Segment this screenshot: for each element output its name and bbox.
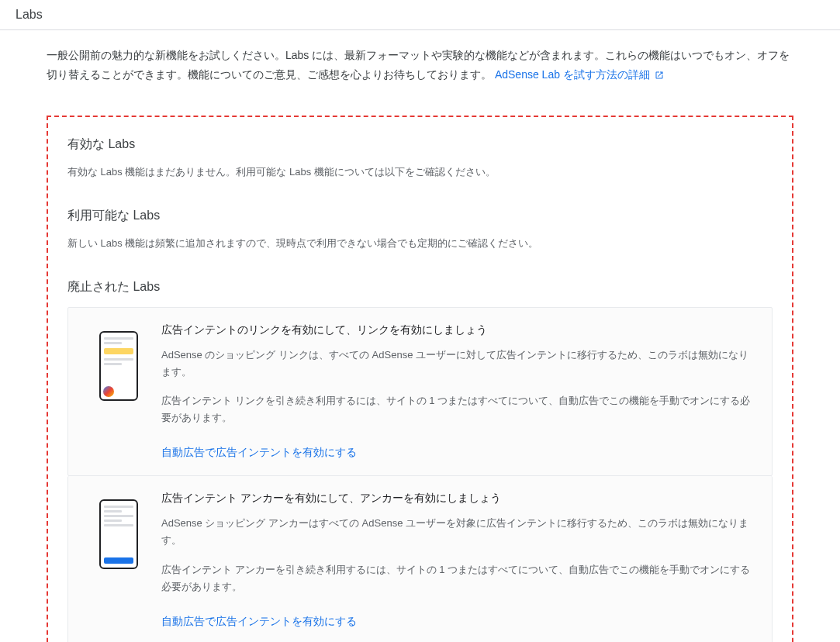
enabled-labs-heading: 有効な Labs [67,136,773,153]
external-link-icon [655,71,664,80]
lab-card-title: 広告インテントのリンクを有効にして、リンクを有効にしましょう [161,323,756,337]
enabled-labs-text: 有効な Labs 機能はまだありません。利用可能な Labs 機能については以下… [67,164,773,181]
page-title: Labs [16,8,43,21]
phone-mockup-icon [99,331,138,401]
enabled-labs-section: 有効な Labs 有効な Labs 機能はまだありません。利用可能な Labs … [67,136,773,181]
retired-labs-cards: 広告インテントのリンクを有効にして、リンクを有効にしましょう AdSense の… [67,307,773,642]
lab-card-content: 広告インテントのリンクを有効にして、リンクを有効にしましょう AdSense の… [161,323,756,460]
intro-details-link[interactable]: AdSense Lab を試す方法の詳細 [495,68,664,81]
lab-card-content: 広告インテント アンカーを有効にして、アンカーを有効にしましょう AdSense… [161,492,756,628]
phone-mockup-icon [99,499,138,569]
lab-card-desc: AdSense のショッピング リンクは、すべての AdSense ユーザーに対… [161,347,756,381]
retired-labs-section: 廃止された Labs 広告 [67,279,773,642]
lab-card-desc: 広告インテント リンクを引き続き利用するには、サイトの 1 つまたはすべてについ… [161,392,756,426]
available-labs-text: 新しい Labs 機能は頻繁に追加されますので、現時点で利用できない場合でも定期… [67,236,773,252]
labs-container: 有効な Labs 有効な Labs 機能はまだありません。利用可能な Labs … [47,116,793,642]
main-content: 一般公開前の魅力的な新機能をお試しください。Labs には、最新フォーマットや実… [0,30,840,642]
lab-card: 広告インテント アンカーを有効にして、アンカーを有効にしましょう AdSense… [67,476,773,642]
enable-ad-intent-link[interactable]: 自動広告で広告インテントを有効にする [161,615,357,629]
intro-link-text: AdSense Lab を試す方法の詳細 [495,68,650,81]
lab-card-desc: AdSense ショッピング アンカーはすべての AdSense ユーザーを対象… [161,515,756,549]
page-header: Labs [0,0,840,30]
retired-labs-heading: 廃止された Labs [67,279,773,295]
intro-text: 一般公開前の魅力的な新機能をお試しください。Labs には、最新フォーマットや実… [47,49,790,81]
phone-anchor-bar-icon [104,557,133,564]
phone-frame [99,499,138,569]
lab-card-desc: 広告インテント アンカーを引き続き利用するには、サイトの 1 つまたはすべてにつ… [161,561,756,595]
phone-badge-icon [103,386,114,397]
intro-paragraph: 一般公開前の魅力的な新機能をお試しください。Labs には、最新フォーマットや実… [47,46,793,85]
lab-card: 広告インテントのリンクを有効にして、リンクを有効にしましょう AdSense の… [67,307,773,476]
phone-frame [99,331,138,401]
available-labs-section: 利用可能な Labs 新しい Labs 機能は頻繁に追加されますので、現時点で利… [67,208,773,252]
lab-card-title: 広告インテント アンカーを有効にして、アンカーを有効にしましょう [161,492,756,506]
enable-ad-intent-link[interactable]: 自動広告で広告インテントを有効にする [161,446,357,460]
available-labs-heading: 利用可能な Labs [67,208,773,224]
